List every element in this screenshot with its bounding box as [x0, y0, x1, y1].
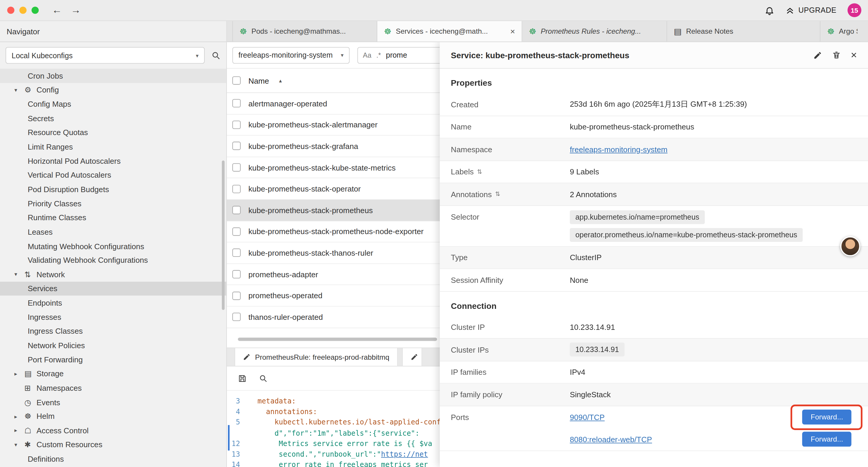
sidebar-item[interactable]: Secrets [0, 111, 226, 125]
edit-icon[interactable] [813, 51, 822, 59]
tab[interactable]: ☸ Services - icecheng@math... × [377, 21, 522, 41]
row-checkbox[interactable] [232, 121, 241, 129]
annotations-count-value[interactable]: 2 Annotations [570, 190, 857, 199]
kubernetes-icon: ▤ [674, 26, 682, 36]
expand-toggle-icon[interactable]: ⇅ [477, 168, 482, 175]
row-label: Selector [451, 206, 570, 228]
tab[interactable]: ☸ Prometheus Rules - icecheng... [522, 21, 668, 41]
port-link-8080[interactable]: 8080:reloader-web/TCP [570, 435, 652, 444]
row-checkbox[interactable] [232, 291, 241, 300]
expand-chevron-icon[interactable]: ▾ [14, 442, 25, 448]
sidebar-item[interactable]: Endpoints [0, 296, 226, 310]
sidebar-item[interactable]: Runtime Classes [0, 210, 226, 225]
expand-chevron-icon[interactable]: ▸ [14, 413, 25, 419]
sidebar-item-icon: ☸ [24, 412, 36, 420]
sidebar-item[interactable]: ⊞ Namespaces [0, 381, 226, 395]
sidebar-item[interactable]: Horizontal Pod Autoscalers [0, 154, 226, 168]
tab[interactable]: ☸ Pods - icecheng@mathmas... [232, 21, 377, 41]
sidebar-item[interactable]: Ingress Classes [0, 324, 226, 338]
line-number [227, 428, 249, 438]
sidebar-item[interactable]: Network Policies [0, 338, 226, 352]
row-checkbox[interactable] [232, 249, 241, 257]
port-link-9090[interactable]: 9090/TCP [570, 413, 605, 421]
sidebar-item-label: Ingress Classes [28, 327, 83, 335]
expand-chevron-icon[interactable]: ▸ [14, 371, 25, 377]
notification-count-badge[interactable]: 15 [848, 3, 862, 17]
tab-label: Pods - icecheng@mathmas... [251, 27, 365, 35]
sidebar-item[interactable]: Services [0, 282, 226, 296]
notifications-bell-icon[interactable] [765, 5, 775, 16]
sidebar-item[interactable]: ▸ ☖ Access Control [0, 423, 226, 437]
back-icon[interactable]: ← [52, 4, 62, 16]
tab[interactable]: ▤ Release Notes [667, 21, 820, 41]
select-all-checkbox[interactable] [232, 76, 241, 85]
dock-tab-next[interactable] [402, 348, 422, 366]
sidebar-item[interactable]: Pod Disruption Budgets [0, 182, 226, 196]
connection-section-heading: Connection [440, 291, 868, 316]
tab-close-icon[interactable]: × [510, 27, 515, 36]
row-checkbox[interactable] [232, 99, 241, 108]
sidebar-item[interactable]: Definitions [0, 452, 226, 466]
edit-pencil-icon [410, 353, 418, 361]
editor-search-icon[interactable] [259, 374, 268, 383]
dock-tab-prometheusrule[interactable]: PrometheusRule: freeleaps-prod-rabbitmq [235, 348, 398, 366]
forward-button-8080[interactable]: Forward... [802, 432, 851, 447]
sidebar-item[interactable]: Validating Webhook Configurations [0, 253, 226, 267]
sidebar-item[interactable]: Mutating Webhook Configurations [0, 239, 226, 253]
sidebar-item[interactable]: ▾ ⚙ Config [0, 83, 226, 97]
expand-chevron-icon[interactable]: ▾ [14, 87, 25, 93]
row-checkbox[interactable] [232, 313, 241, 321]
sidebar-item[interactable]: ▸ ▤ Storage [0, 367, 226, 381]
sidebar-item[interactable]: Ingresses [0, 310, 226, 324]
row-checkbox[interactable] [232, 227, 241, 236]
sort-asc-icon[interactable]: ▴ [279, 78, 282, 84]
horizontal-scrollbar[interactable] [238, 338, 437, 341]
sidebar-item[interactable]: Port Forwarding [0, 352, 226, 367]
row-checkbox[interactable] [232, 270, 241, 279]
tab[interactable]: ☸ Argo Se... [820, 21, 868, 41]
namespace-link[interactable]: freeleaps-monitoring-system [570, 145, 668, 154]
expand-chevron-icon[interactable]: ▾ [14, 271, 25, 278]
expand-chevron-icon[interactable]: ▸ [14, 428, 25, 434]
forward-icon[interactable]: → [71, 4, 81, 16]
row-checkbox[interactable] [232, 142, 241, 150]
save-icon[interactable] [238, 374, 247, 383]
sidebar-scrollbar[interactable] [222, 160, 224, 310]
forward-button-9090[interactable]: Forward... [802, 410, 851, 425]
kubeconfig-select[interactable]: Local Kubeconfigs ▾ [6, 47, 205, 63]
regex-toggle[interactable]: .* [376, 51, 381, 59]
navigator-tree: Cron Jobs ▾ ⚙ Config Config Maps [0, 68, 226, 466]
expand-toggle-icon[interactable]: ⇅ [495, 191, 500, 198]
user-avatar[interactable] [840, 236, 860, 256]
sidebar-item[interactable]: ▾ ⇅ Network [0, 267, 226, 282]
sidebar-search-icon[interactable] [211, 51, 221, 60]
row-checkbox[interactable] [232, 185, 241, 193]
close-icon[interactable]: × [851, 50, 857, 61]
sidebar-item[interactable]: Resource Quotas [0, 125, 226, 140]
sidebar-item[interactable]: Config Maps [0, 97, 226, 111]
sidebar-item[interactable]: Cron Jobs [0, 68, 226, 83]
kubeconfig-select-value: Local Kubeconfigs [11, 51, 73, 59]
sidebar-item[interactable]: ◷ Events [0, 395, 226, 409]
upgrade-button[interactable]: UPGRADE [785, 6, 836, 15]
close-window-button[interactable] [7, 6, 14, 13]
delete-trash-icon[interactable] [832, 50, 841, 60]
sidebar-item[interactable]: Limit Ranges [0, 140, 226, 154]
row-checkbox[interactable] [232, 164, 241, 172]
labels-count-value[interactable]: 9 Labels [570, 167, 857, 176]
minimize-window-button[interactable] [20, 6, 27, 13]
zoom-window-button[interactable] [32, 6, 39, 13]
sidebar-item-icon: ⊞ [24, 383, 36, 392]
row-checkbox[interactable] [232, 206, 241, 214]
row-label: IP families [451, 368, 570, 377]
sidebar-item[interactable]: Priority Classes [0, 196, 226, 210]
sidebar-item[interactable]: Vertical Pod Autoscalers [0, 168, 226, 182]
detail-row-type: Type ClusterIP [440, 246, 868, 269]
namespace-select[interactable]: freeleaps-monitoring-system ▾ [232, 47, 349, 63]
sidebar-item[interactable]: ▾ ✱ Custom Resources [0, 438, 226, 452]
service-detail-drawer: Service: kube-prometheus-stack-prometheu… [440, 42, 868, 467]
sidebar-item[interactable]: Leases [0, 225, 226, 239]
match-case-toggle[interactable]: Aa [363, 51, 371, 59]
sidebar-item[interactable]: ▸ ☸ Helm [0, 409, 226, 423]
name-column-header[interactable]: Name [248, 76, 269, 85]
